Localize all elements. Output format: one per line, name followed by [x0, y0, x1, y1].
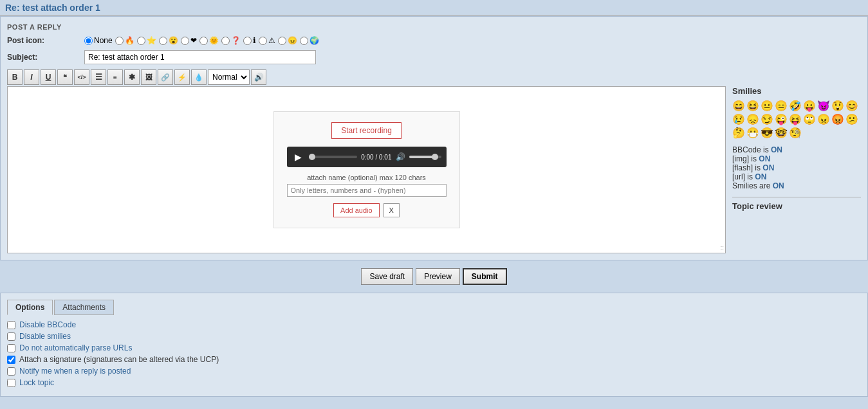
smiley[interactable]: 🤣	[789, 100, 802, 112]
image-button[interactable]: 🖼	[141, 69, 156, 85]
smiley[interactable]: 😜	[775, 113, 788, 125]
add-audio-button[interactable]: Add audio	[333, 203, 380, 217]
volume-bar[interactable]	[409, 156, 441, 158]
flash-row: [flash] is ON	[732, 163, 861, 172]
font-size-select[interactable]: Tiny Small Normal Large Huge	[208, 69, 250, 85]
subject-label: Subject:	[7, 53, 84, 62]
smiley[interactable]: 😢	[732, 113, 745, 125]
flash-label: [flash]	[732, 163, 753, 172]
smiley[interactable]: 😑	[775, 100, 788, 112]
disable-bbcode-row: Disable BBCode	[7, 320, 861, 329]
url-label: [url]	[732, 172, 745, 181]
icon-fire[interactable]: 🔥	[115, 36, 134, 45]
disable-smilies-checkbox[interactable]	[7, 332, 15, 341]
lock-topic-label[interactable]: Lock topic	[19, 378, 54, 387]
quote-button[interactable]: ❝	[57, 69, 73, 85]
post-icon-label: Post icon:	[7, 36, 84, 45]
save-draft-button[interactable]: Save draft	[361, 268, 413, 285]
notify-reply-label[interactable]: Notify me when a reply is posted	[19, 367, 131, 376]
smiley[interactable]: 😆	[746, 100, 759, 112]
smiley[interactable]: 😲	[831, 100, 844, 112]
tab-attachments[interactable]: Attachments	[54, 300, 114, 315]
bold-button[interactable]: B	[7, 69, 23, 85]
code-button[interactable]: </>	[74, 69, 89, 85]
post-title-link[interactable]: Re: test attach order 1	[5, 3, 100, 13]
smiley[interactable]: 😡	[831, 113, 844, 125]
volume-fill	[409, 156, 435, 158]
post-icon-row: Post icon: None 🔥 ⭐ 😮 ❤ 🌞 ❓ ℹ ⚠ 😠 🌍	[7, 36, 861, 45]
list-num-button[interactable]: ≡	[107, 69, 123, 85]
img-status: ON	[759, 154, 770, 163]
post-icon-group: None 🔥 ⭐ 😮 ❤ 🌞 ❓ ℹ ⚠ 😠 🌍	[84, 36, 861, 45]
smiley[interactable]: 😄	[732, 100, 745, 112]
smiley[interactable]: 🧐	[789, 127, 802, 139]
audio-recorder-box: Start recording ▶ 0:00 / 0:01 🔊	[273, 111, 460, 228]
post-title: Re: test attach order 1	[0, 0, 868, 16]
smiley[interactable]: 😈	[817, 100, 830, 112]
subject-input[interactable]	[84, 50, 316, 64]
play-button[interactable]: ▶	[292, 150, 305, 163]
smiley[interactable]: 😛	[803, 100, 816, 112]
no-parse-urls-checkbox[interactable]	[7, 344, 15, 352]
star-button[interactable]: ✱	[124, 69, 140, 85]
resize-handle[interactable]: ::	[720, 244, 724, 251]
smiley[interactable]: 😎	[761, 127, 773, 139]
smiley[interactable]: 😝	[789, 113, 802, 125]
link-button[interactable]: 🔗	[158, 69, 173, 85]
smiley[interactable]: 😞	[746, 113, 759, 125]
bbcode-row: BBCode is ON	[732, 145, 861, 154]
smiley[interactable]: 😐	[761, 100, 773, 112]
smiley[interactable]: 🤔	[732, 127, 745, 139]
icon-info[interactable]: ℹ	[243, 36, 256, 45]
url-status: ON	[755, 172, 766, 181]
smiley[interactable]: 😠	[817, 113, 830, 125]
italic-button[interactable]: I	[24, 69, 39, 85]
icon-star[interactable]: ⭐	[137, 36, 156, 45]
underline-button[interactable]: U	[41, 69, 56, 85]
no-parse-urls-label[interactable]: Do not automatically parse URLs	[19, 343, 132, 352]
disable-smilies-label[interactable]: Disable smilies	[19, 332, 71, 341]
start-recording-button[interactable]: Start recording	[331, 122, 402, 139]
flash-button[interactable]: ⚡	[174, 69, 190, 85]
smiley[interactable]: 🙄	[803, 113, 816, 125]
icon-warning[interactable]: ⚠	[259, 36, 275, 45]
smiley[interactable]: 😷	[746, 127, 759, 139]
smiley[interactable]: 😏	[761, 113, 773, 125]
list-bullet-button[interactable]: ☰	[91, 69, 106, 85]
color-button[interactable]: 💧	[191, 69, 207, 85]
bbcode-info: BBCode is ON [img] is ON [flash] is ON […	[732, 145, 861, 190]
close-audio-button[interactable]: X	[383, 203, 400, 217]
smiley[interactable]: 🤓	[775, 127, 788, 139]
progress-knob[interactable]	[309, 154, 315, 160]
icon-question[interactable]: ❓	[221, 36, 241, 45]
progress-bar[interactable]	[309, 156, 358, 158]
volume-icon[interactable]: 🔊	[396, 152, 405, 161]
icon-globe[interactable]: 🌍	[300, 36, 319, 45]
lock-topic-checkbox[interactable]	[7, 379, 15, 387]
notify-reply-checkbox[interactable]	[7, 367, 15, 376]
editor-toolbar: B I U ❝ </> ☰ ≡ ✱ 🖼 🔗 ⚡ 💧 Tiny Small Nor…	[7, 69, 861, 85]
topic-review: Topic review	[732, 197, 861, 211]
icon-none[interactable]: None	[84, 36, 113, 45]
disable-bbcode-label[interactable]: Disable BBCode	[19, 320, 76, 329]
time-current: 0:00	[361, 154, 373, 161]
tab-options[interactable]: Options	[7, 300, 53, 315]
smiley[interactable]: 😕	[845, 113, 858, 125]
smiley[interactable]: 😊	[845, 100, 858, 112]
smilies-panel: Smilies 😄 😆 😐 😑 🤣 😛 😈 😲 😊 😢 😞 😏 😜 😝	[732, 86, 861, 253]
time-total: 0:01	[379, 154, 391, 161]
attach-signature-checkbox[interactable]	[7, 356, 15, 364]
volume-knob[interactable]	[432, 154, 438, 160]
submit-button[interactable]: Submit	[463, 268, 507, 285]
speaker-button[interactable]: 🔊	[251, 69, 266, 85]
icon-wow[interactable]: 😮	[159, 36, 178, 45]
subject-row: Subject:	[7, 50, 861, 64]
icon-heart[interactable]: ❤	[181, 36, 197, 45]
icon-angry[interactable]: 😠	[278, 36, 297, 45]
attach-signature-label[interactable]: Attach a signature (signatures can be al…	[19, 355, 219, 364]
preview-button[interactable]: Preview	[416, 268, 460, 285]
icon-sun[interactable]: 🌞	[199, 36, 219, 45]
disable-bbcode-checkbox[interactable]	[7, 321, 15, 329]
attach-name-input[interactable]	[287, 184, 447, 197]
text-editor[interactable]: Start recording ▶ 0:00 / 0:01 🔊	[7, 86, 726, 253]
